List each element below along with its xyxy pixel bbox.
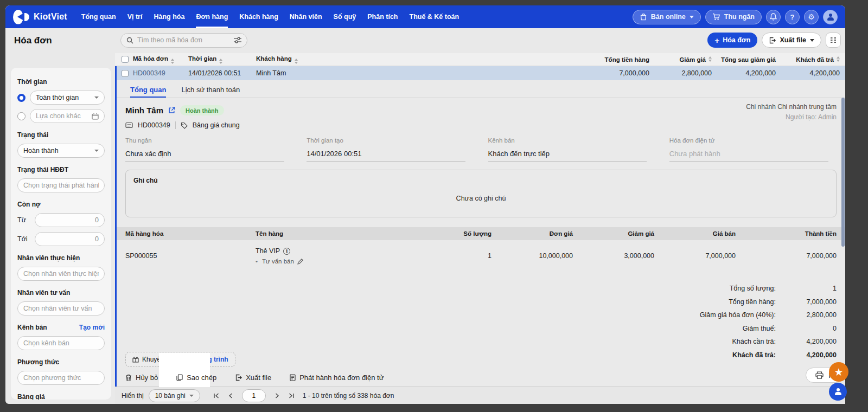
debt-to-field[interactable] <box>35 232 105 246</box>
nav-don-hang[interactable]: Đơn hàng <box>196 5 228 28</box>
consultant-field[interactable] <box>17 301 105 316</box>
channel-field[interactable] <box>17 336 105 350</box>
column-settings-button[interactable] <box>826 33 841 48</box>
einvoice-status-field[interactable] <box>17 178 105 192</box>
nav-hang-hoa[interactable]: Hàng hóa <box>154 5 184 28</box>
invoice-detail-panel: Tổng quan Lịch sử thanh toán Minh Tâm Ho… <box>115 80 845 387</box>
status-select[interactable]: Hoàn thành <box>17 144 105 158</box>
rewards-fab-button[interactable] <box>829 362 848 382</box>
nav-so-quy[interactable]: Sổ quỹ <box>334 5 356 28</box>
tab-payment-history[interactable]: Lịch sử thanh toán <box>181 83 240 98</box>
edit-pencil-icon[interactable] <box>297 259 303 265</box>
next-page-button[interactable] <box>275 393 279 398</box>
debt-filter-label: Còn nợ <box>17 201 105 208</box>
staff-filter-label: Nhân viên thực hiện <box>17 254 105 262</box>
nav-tong-quan[interactable]: Tổng quan <box>81 5 116 28</box>
help-button[interactable] <box>785 10 800 24</box>
account-button[interactable] <box>823 10 838 24</box>
search-box[interactable] <box>120 33 247 48</box>
bell-icon <box>770 13 777 21</box>
method-field[interactable] <box>17 371 105 385</box>
cancel-invoice-button[interactable]: Hủy bỏ <box>125 374 158 382</box>
brand-name: KiotViet <box>34 12 67 22</box>
copy-invoice-button[interactable]: Sao chép <box>176 374 216 382</box>
export-file-button[interactable]: Xuất file <box>762 33 821 48</box>
app-window: KiotViet Tổng quan Vị trí Hàng hóa Đơn h… <box>5 5 845 404</box>
item-code: SP000055 <box>125 252 256 260</box>
settings-button[interactable] <box>804 10 819 24</box>
channel-filter-label: Kênh bán Tạo mới <box>17 324 105 331</box>
invoice-code[interactable]: HD000349 <box>133 69 188 77</box>
custom-time-field[interactable] <box>30 109 105 123</box>
page-title: Hóa đơn <box>14 35 115 46</box>
creator-label: Người tạo: Admin <box>746 113 837 121</box>
consultant-filter-label: Nhân viên tư vấn <box>17 289 105 297</box>
item-amount: 7,000,000 <box>736 252 837 260</box>
invoice-row-selected[interactable]: HD000349 14/01/2026 00:51 Minh Tâm 7,000… <box>115 66 845 80</box>
ban-online-button[interactable]: Bán online <box>633 10 701 24</box>
debt-to-label: Tới <box>17 235 29 243</box>
tab-overview[interactable]: Tổng quan <box>130 83 166 98</box>
page-number-input[interactable] <box>242 389 266 402</box>
search-input[interactable] <box>137 36 230 44</box>
custom-time-input[interactable] <box>36 112 92 120</box>
row-checkbox[interactable] <box>122 70 129 77</box>
item-name: Thẻ VIP <box>256 247 280 255</box>
search-icon <box>126 37 133 44</box>
col-customer[interactable]: Khách hàng <box>256 55 558 64</box>
field-sale-channel: Kênh bán Khách đến trực tiếp <box>488 137 655 162</box>
item-sale-note: Tư vấn bán <box>262 258 294 265</box>
calendar-icon <box>92 113 99 120</box>
invoice-total: 7,000,000 <box>558 69 649 77</box>
publish-einvoice-button[interactable]: Phát hành hóa đơn điện tử <box>290 374 384 382</box>
first-page-button[interactable] <box>213 393 219 398</box>
tag-icon <box>181 122 188 129</box>
col-time[interactable]: Thời gian <box>188 55 256 64</box>
debt-from-input[interactable] <box>41 216 99 224</box>
col-discount[interactable]: Giảm giá <box>649 56 712 63</box>
screen: KiotViet Tổng quan Vị trí Hàng hóa Đơn h… <box>0 0 868 412</box>
col-code[interactable]: Mã hóa đơn <box>133 55 188 64</box>
consultant-input[interactable] <box>23 305 99 312</box>
nav-khach-hang[interactable]: Khách hàng <box>239 5 278 28</box>
select-all-checkbox[interactable] <box>122 56 129 63</box>
nav-thue-ke-toan[interactable]: Thuế & Kế toán <box>410 5 459 28</box>
col-total[interactable]: Tổng tiền hàng <box>558 56 649 63</box>
page-size-select[interactable]: 10 bản ghi <box>149 389 200 402</box>
sidebar: Hóa đơn Thời gian Toàn thời gian <box>5 28 115 404</box>
chevron-down-icon <box>189 395 194 397</box>
time-range-select[interactable]: Toàn thời gian <box>30 91 105 105</box>
notifications-button[interactable] <box>766 10 781 24</box>
info-icon[interactable] <box>283 248 290 255</box>
new-invoice-button[interactable]: Hóa đơn <box>707 33 757 48</box>
staff-field[interactable] <box>17 267 105 281</box>
plus-icon <box>714 36 719 45</box>
prev-page-button[interactable] <box>228 393 233 398</box>
nav-vi-tri[interactable]: Vị trí <box>127 5 143 28</box>
nav-phan-tich[interactable]: Phân tích <box>367 5 398 28</box>
invoice-paid: 4,200,000 <box>776 69 840 77</box>
external-link-icon[interactable] <box>168 107 175 114</box>
nav-nhan-vien[interactable]: Nhân viên <box>290 5 322 28</box>
export-icon <box>769 37 776 44</box>
col-paid[interactable]: Khách đã trả <box>776 56 840 63</box>
detail-invoice-code: HD000349 <box>138 121 170 129</box>
method-input[interactable] <box>23 374 99 382</box>
create-channel-link[interactable]: Tạo mới <box>79 324 105 331</box>
support-fab-button[interactable] <box>829 383 847 401</box>
radio-all-time[interactable] <box>17 94 25 102</box>
debt-to-input[interactable] <box>41 235 99 243</box>
export-invoice-button[interactable]: Xuất file <box>235 374 271 382</box>
channel-input[interactable] <box>23 339 99 347</box>
thu-ngan-button[interactable]: Thu ngân <box>705 10 762 24</box>
last-page-button[interactable] <box>289 393 295 398</box>
trash-icon <box>125 374 132 381</box>
einvoice-status-input[interactable] <box>23 182 99 189</box>
vertical-scrollbar[interactable] <box>841 98 845 247</box>
debt-from-field[interactable] <box>35 213 105 227</box>
staff-input[interactable] <box>23 270 99 278</box>
col-after-discount[interactable]: Tổng sau giảm giá <box>712 56 776 63</box>
note-box[interactable]: Ghi chú Chưa có ghi chú <box>125 170 837 217</box>
thu-ngan-label: Thu ngân <box>724 13 755 21</box>
radio-custom-time[interactable] <box>17 112 25 120</box>
